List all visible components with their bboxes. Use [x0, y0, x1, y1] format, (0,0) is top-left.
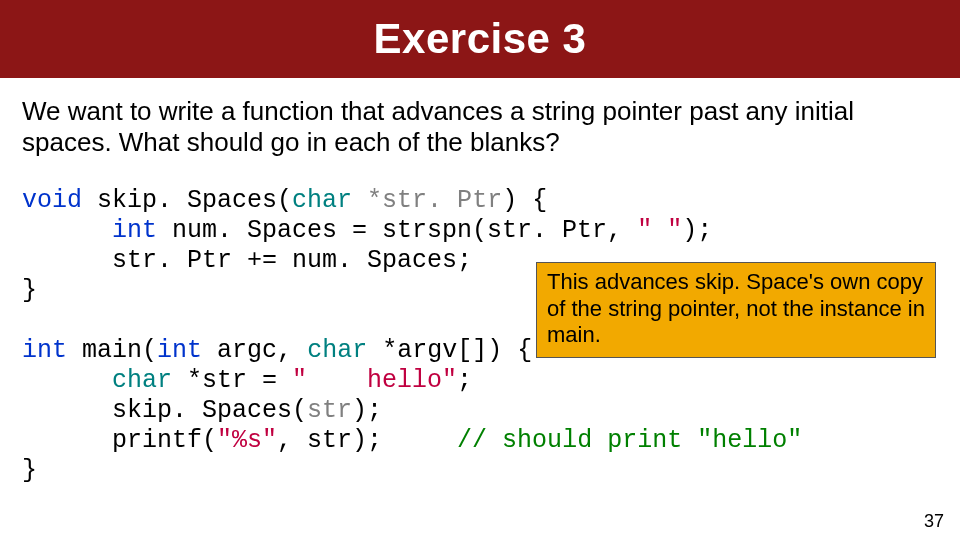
- l7-end: );: [352, 396, 382, 425]
- arg-str: str: [307, 396, 352, 425]
- comment-hello: // should print "hello": [457, 426, 802, 455]
- fn-name: skip. Spaces: [97, 186, 277, 215]
- page-number: 37: [924, 511, 944, 532]
- prompt-text: We want to write a function that advance…: [22, 96, 938, 158]
- ty-char3: char: [112, 366, 172, 395]
- str-fmt: "%s": [217, 426, 277, 455]
- param-strptr: *str. Ptr: [367, 186, 502, 215]
- str-hello: " hello": [292, 366, 457, 395]
- title-bar: Exercise 3: [0, 0, 960, 78]
- decl-str: *str =: [187, 366, 292, 395]
- ty-char: char: [292, 186, 352, 215]
- expr-numspaces: num. Spaces = strspn(str. Ptr,: [172, 216, 637, 245]
- l6-end: ;: [457, 366, 472, 395]
- call-skip: skip. Spaces(: [112, 396, 307, 425]
- param-argv: *argv[]: [382, 336, 487, 365]
- callout-text: This advances skip. Space's own copy of …: [547, 269, 925, 347]
- slide-title: Exercise 3: [374, 15, 587, 63]
- kw-int3: int: [157, 336, 202, 365]
- callout-box: This advances skip. Space's own copy of …: [536, 262, 936, 357]
- param-argc: argc: [217, 336, 277, 365]
- l2-end: );: [682, 216, 712, 245]
- str-space: " ": [637, 216, 682, 245]
- fn-main: main: [82, 336, 142, 365]
- kw-int: int: [112, 216, 157, 245]
- slide-body: We want to write a function that advance…: [0, 78, 960, 486]
- expr-advance: str. Ptr += num. Spaces;: [112, 246, 472, 275]
- ty-char2: char: [307, 336, 367, 365]
- call-printf: printf(: [112, 426, 217, 455]
- kw-void: void: [22, 186, 82, 215]
- code-area: void skip. Spaces(char *str. Ptr) { int …: [22, 186, 938, 486]
- kw-int2: int: [22, 336, 67, 365]
- l8-rest: , str);: [277, 426, 382, 455]
